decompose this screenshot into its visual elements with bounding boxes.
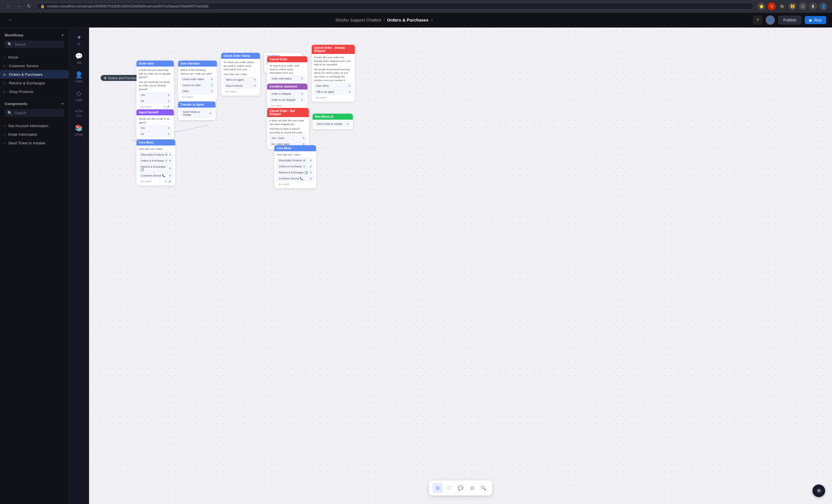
toolbar-block-button[interactable]: □ xyxy=(444,483,454,493)
node-cancel-not-shipped[interactable]: Cancel Order - Not Shipped It does not l… xyxy=(267,108,309,149)
option-talk-agent[interactable]: Talk to an agent xyxy=(224,77,258,82)
publish-button[interactable]: Publish xyxy=(778,16,801,24)
components-search-input[interactable] xyxy=(15,111,61,115)
option-no-match-2[interactable]: No Match xyxy=(180,95,215,99)
ext-icon-4[interactable]: ⬡ xyxy=(799,2,807,10)
workflows-search[interactable]: 🔍 xyxy=(5,40,64,48)
toolbar-grid-button[interactable]: ⊞ xyxy=(432,483,443,493)
option-order-info[interactable]: Order Information xyxy=(269,76,305,81)
option-cancel-order[interactable]: Cancel an order xyxy=(180,83,215,88)
node-core-menu-1[interactable]: Core Menu How else can I help? Shop Baby… xyxy=(136,139,175,186)
workflows-search-input[interactable] xyxy=(15,42,61,47)
option-check-status[interactable]: Check order status xyxy=(180,77,215,82)
node-agent-handoff[interactable]: Agent Handoff Would you like to talk to … xyxy=(136,109,174,139)
no-match-check[interactable]: No match xyxy=(224,89,258,94)
sidebar-item-send-ticket[interactable]: ○ Send Ticket to Airtable xyxy=(0,139,69,147)
sidebar-item-get-account[interactable]: ○ Get Account Information xyxy=(0,121,69,130)
download-icon[interactable]: ⬇ xyxy=(809,2,817,10)
url-bar[interactable]: 🔒 creator.voiceflow.com/project/65f88075… xyxy=(36,3,754,10)
back-button[interactable]: ← xyxy=(5,3,12,9)
workflow-dropdown-chevron[interactable]: ▾ xyxy=(431,18,433,22)
cm2-no-match[interactable]: No match xyxy=(277,182,314,187)
node-transfer-body: Send Tickets to Airtable xyxy=(178,108,215,120)
node-user-intention[interactable]: User Intention Which of the following op… xyxy=(178,61,217,101)
sidebar-item-returns[interactable]: ▷ Returns & Exchanges xyxy=(0,79,69,87)
cm1-orders[interactable]: Orders & Purchases 🛒 xyxy=(139,158,173,163)
no-match-shipped[interactable]: No match xyxy=(314,95,353,100)
cm1-shop[interactable]: Shop Baby Products ⚙ xyxy=(139,152,173,157)
node-user-intention-header: User Intention xyxy=(178,61,217,66)
option-no[interactable]: No xyxy=(139,99,172,104)
cm2-shop[interactable]: Shop Baby Products ⚙ xyxy=(277,158,314,163)
cm2-returns[interactable]: Returns & Exchanges 🔄 xyxy=(277,170,314,175)
option-talk-agent-2[interactable]: Talk to an agent xyxy=(314,89,353,94)
node-new-block[interactable]: New Block 12 Send Ticket to Airtable xyxy=(313,114,353,129)
node-not-shipped-header: Cancel Order - Not Shipped xyxy=(267,108,309,117)
no-match-condition[interactable]: No match xyxy=(269,103,305,108)
header-back-button[interactable]: ← xyxy=(6,16,15,25)
option-order-shipped[interactable]: Order is Shipped xyxy=(269,91,305,96)
option-yes-cancel[interactable]: Yes, I want. xyxy=(269,136,307,141)
sidebar-item-library[interactable]: 📚 Library xyxy=(71,121,87,139)
sidebar-item-logic[interactable]: ◇ Logic xyxy=(71,87,87,105)
cm2-orders[interactable]: Orders & Purchases 🛒 xyxy=(277,164,314,169)
cm2-customer[interactable]: Customer Service 📞 xyxy=(277,176,314,181)
option-send-ticket[interactable]: Send Ticket to Airtable xyxy=(315,121,350,127)
option-order-not-shipped[interactable]: Order is not Shipped xyxy=(269,97,305,103)
sidebar-item-talk[interactable]: 💬 Talk xyxy=(71,50,87,67)
star-icon[interactable]: ⭐ xyxy=(757,2,765,10)
sidebar-item-customer-service-label: Customer Service xyxy=(9,64,38,68)
workflows-label: Workflows xyxy=(5,33,24,37)
components-add-button[interactable]: + xyxy=(61,101,64,107)
cm1-no-match[interactable]: No match⚙ 🔗 xyxy=(139,179,173,184)
ext-icon-1[interactable]: V xyxy=(768,2,776,10)
node-order-intro-body: It looks like you need help with an orde… xyxy=(136,66,174,111)
sidebar-item-listen[interactable]: 👤 Listen xyxy=(71,68,87,86)
user-avatar[interactable]: 👤 xyxy=(765,16,775,25)
sidebar-item-customer-service[interactable]: ▷ Customer Service xyxy=(0,61,69,70)
sidebar-item-shop[interactable]: ▷ Shop Products xyxy=(0,87,69,96)
cm1-returns[interactable]: Returns & Exchanges 🔄 xyxy=(139,164,173,172)
sidebar-item-dev[interactable]: </> Dev xyxy=(71,106,87,120)
canvas-area[interactable]: Orders and Purchases ▶ Order Intro It lo… xyxy=(89,28,832,504)
ext-icon-3[interactable]: 🐱 xyxy=(788,2,796,10)
option-main-menu[interactable]: Main Menu xyxy=(314,83,353,88)
option-yes[interactable]: Yes xyxy=(139,92,172,97)
node-user-intention-body: Which of the following options can I hel… xyxy=(178,66,217,101)
node-order-intro[interactable]: Order Intro It looks like you need help … xyxy=(136,61,174,111)
forward-button[interactable]: → xyxy=(15,3,23,9)
option-shop-prods[interactable]: Shop Products xyxy=(224,83,258,88)
sidebar-item-home[interactable]: ⌂ Home xyxy=(0,53,69,61)
option-no-match[interactable]: No Match⚙ 🔗 xyxy=(139,105,172,109)
run-button[interactable]: ▶ Run xyxy=(805,16,826,24)
node-cancel-shipped[interactable]: Cancel Order - Already Shipped It looks … xyxy=(312,45,355,102)
refresh-button[interactable]: ↻ xyxy=(25,3,32,9)
option-no-agent[interactable]: No xyxy=(139,132,172,137)
profile-icon[interactable]: 👤 xyxy=(820,2,827,10)
toolbar-search-button[interactable]: 🔍 xyxy=(478,483,489,493)
toolbar-person-button[interactable]: ⊡ xyxy=(467,483,477,493)
node-core-menu-2[interactable]: Core Menu How else can I help? Shop Baby… xyxy=(275,145,316,188)
workflows-add-button[interactable]: + xyxy=(61,32,64,38)
current-workflow[interactable]: Orders & Purchases xyxy=(387,18,428,22)
voiceflow-logo[interactable]: ❊ xyxy=(812,484,825,497)
components-search[interactable]: 🔍 xyxy=(5,109,64,117)
option-yes-agent[interactable]: Yes xyxy=(139,125,172,131)
workflows-section: Workflows + 🔍 xyxy=(0,32,69,51)
node-cancel-shipped-header: Cancel Order - Already Shipped xyxy=(312,45,355,54)
option-other[interactable]: Other xyxy=(180,89,215,94)
node-condition-statement[interactable]: Condition statement Order is Shipped Ord… xyxy=(267,84,307,110)
option-send-airtable[interactable]: Send Tickets to Airtable xyxy=(180,109,213,117)
sidebar-item-order-info[interactable]: ○ Order Information xyxy=(0,130,69,139)
logic-label: Logic xyxy=(76,99,82,102)
cm1-customer[interactable]: Customer Service 📞 xyxy=(139,173,173,178)
icon-sidebar: ✦ AI 💬 Talk 👤 Listen ◇ Logic </> Dev 📚 L… xyxy=(69,28,89,504)
ext-icon-2[interactable]: N xyxy=(778,2,786,10)
node-order-intro-header: Order Intro xyxy=(136,61,174,66)
toolbar-chat-button[interactable]: 💬 xyxy=(456,483,466,493)
sidebar-item-orders[interactable]: ▶ Orders & Purchases xyxy=(0,70,69,79)
sidebar-item-ai[interactable]: ✦ AI xyxy=(71,31,87,49)
node-check-order-status[interactable]: Check Order Status To check your order s… xyxy=(221,53,260,95)
node-transfer-agent[interactable]: Transfer to Agent Send Tickets to Airtab… xyxy=(178,102,215,120)
header-add-button[interactable]: + xyxy=(753,16,762,25)
